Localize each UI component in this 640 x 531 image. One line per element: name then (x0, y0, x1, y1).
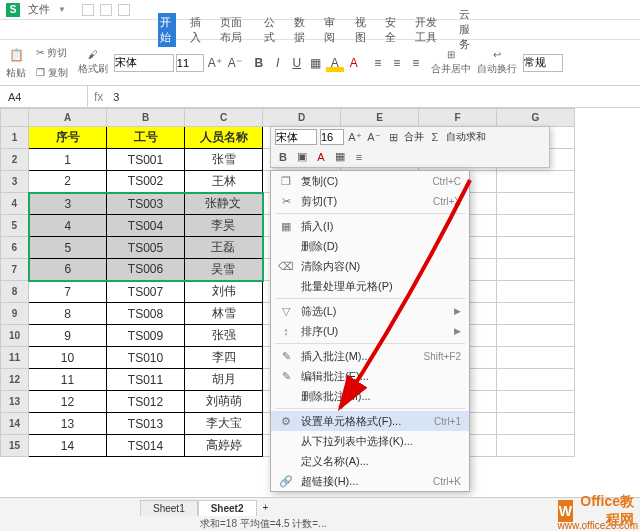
fill-color-icon[interactable]: A (326, 54, 344, 72)
col-header-g[interactable]: G (497, 109, 575, 127)
select-all-corner[interactable] (1, 109, 29, 127)
row-header[interactable]: 12 (1, 369, 29, 391)
border-icon[interactable]: ▦ (307, 54, 325, 72)
context-menu-item[interactable]: ✂剪切(T)Ctrl+X (271, 191, 469, 211)
cell[interactable]: TS004 (107, 215, 185, 237)
sheet-tab-2[interactable]: Sheet2 (198, 500, 257, 516)
mini-decrease-font-icon[interactable]: A⁻ (366, 129, 382, 145)
italic-icon[interactable]: I (269, 54, 287, 72)
cell[interactable]: TS012 (107, 391, 185, 413)
decrease-font-icon[interactable]: A⁻ (226, 54, 244, 72)
context-menu-item[interactable]: 删除批注(M)... (271, 386, 469, 406)
cell[interactable]: 1 (29, 149, 107, 171)
cell[interactable]: TS014 (107, 435, 185, 457)
cell[interactable]: TS013 (107, 413, 185, 435)
tab-dev[interactable]: 开发工具 (413, 13, 445, 47)
cell[interactable]: TS008 (107, 303, 185, 325)
cell[interactable]: 9 (29, 325, 107, 347)
sheet-tab-1[interactable]: Sheet1 (140, 500, 198, 516)
context-menu-item[interactable]: ⌫清除内容(N) (271, 256, 469, 276)
cell[interactable]: 王磊 (185, 237, 263, 259)
cell[interactable]: 7 (29, 281, 107, 303)
mini-align-icon[interactable]: ≡ (351, 149, 367, 165)
font-name-input[interactable] (114, 54, 174, 72)
cell[interactable]: 张雪 (185, 149, 263, 171)
copy-button[interactable]: ❐ 复制 (32, 64, 72, 82)
tab-insert[interactable]: 插入 (188, 13, 206, 47)
cut-button[interactable]: ✂ 剪切 (32, 44, 71, 62)
undo-icon[interactable] (100, 4, 112, 16)
name-box[interactable]: A4 (0, 86, 88, 107)
mini-font-color-icon[interactable]: A (313, 149, 329, 165)
cell[interactable] (497, 435, 575, 457)
mini-merge-icon[interactable]: ⊞ (385, 129, 401, 145)
cell[interactable]: 3 (29, 193, 107, 215)
paste-icon[interactable]: 📋 (7, 46, 25, 64)
mini-border-icon[interactable]: ▦ (332, 149, 348, 165)
cell[interactable]: 6 (29, 259, 107, 281)
cell[interactable]: 李四 (185, 347, 263, 369)
cell[interactable]: 王林 (185, 171, 263, 193)
context-menu-item[interactable]: 🔗超链接(H)...Ctrl+K (271, 471, 469, 491)
col-header-a[interactable]: A (29, 109, 107, 127)
fx-icon[interactable]: fx (88, 90, 109, 104)
cell[interactable]: 4 (29, 215, 107, 237)
font-color-icon[interactable]: A (345, 54, 363, 72)
context-menu-item[interactable]: ⚙设置单元格格式(F)...Ctrl+1 (271, 411, 469, 431)
context-menu-item[interactable]: ▦插入(I) (271, 216, 469, 236)
tab-home[interactable]: 开始 (158, 13, 176, 47)
mini-font-input[interactable] (275, 129, 317, 145)
cell[interactable] (497, 259, 575, 281)
increase-font-icon[interactable]: A⁺ (206, 54, 224, 72)
row-header[interactable]: 15 (1, 435, 29, 457)
align-right-icon[interactable]: ≡ (407, 54, 425, 72)
align-center-icon[interactable]: ≡ (388, 54, 406, 72)
cell[interactable] (497, 281, 575, 303)
cell[interactable] (497, 369, 575, 391)
cell[interactable] (497, 391, 575, 413)
cell[interactable]: 高婷婷 (185, 435, 263, 457)
tab-data[interactable]: 数据 (292, 13, 310, 47)
col-header-b[interactable]: B (107, 109, 185, 127)
cell[interactable]: 刘萌萌 (185, 391, 263, 413)
row-header[interactable]: 13 (1, 391, 29, 413)
format-painter[interactable]: 🖌 格式刷 (78, 49, 108, 76)
context-menu-item[interactable]: 批量处理单元格(P) (271, 276, 469, 296)
cell[interactable]: TS006 (107, 259, 185, 281)
tab-review[interactable]: 审阅 (322, 13, 340, 47)
font-size-input[interactable] (176, 54, 204, 72)
cell[interactable]: 10 (29, 347, 107, 369)
cell[interactable]: 5 (29, 237, 107, 259)
cell[interactable] (497, 347, 575, 369)
cell[interactable]: 8 (29, 303, 107, 325)
cell[interactable]: 2 (29, 171, 107, 193)
number-format-select[interactable] (523, 54, 563, 72)
cell[interactable] (497, 237, 575, 259)
row-header[interactable]: 14 (1, 413, 29, 435)
merge-button[interactable]: ⊞ 合并居中 (431, 49, 471, 76)
row-header[interactable]: 4 (1, 193, 29, 215)
cell[interactable]: 序号 (29, 127, 107, 149)
cell[interactable]: TS007 (107, 281, 185, 303)
row-header[interactable]: 9 (1, 303, 29, 325)
cell[interactable]: 张强 (185, 325, 263, 347)
cell[interactable]: 13 (29, 413, 107, 435)
formula-bar[interactable]: 3 (109, 91, 640, 103)
tab-view[interactable]: 视图 (353, 13, 371, 47)
cell[interactable]: TS009 (107, 325, 185, 347)
cell[interactable]: TS002 (107, 171, 185, 193)
col-header-c[interactable]: C (185, 109, 263, 127)
underline-icon[interactable]: U (288, 54, 306, 72)
dropdown-icon[interactable]: ▼ (58, 5, 66, 14)
mini-bold-icon[interactable]: B (275, 149, 291, 165)
row-header[interactable]: 2 (1, 149, 29, 171)
row-header[interactable]: 3 (1, 171, 29, 193)
row-header[interactable]: 1 (1, 127, 29, 149)
mini-sum-icon[interactable]: Σ (427, 129, 443, 145)
cell[interactable] (497, 193, 575, 215)
mini-size-input[interactable] (320, 129, 344, 145)
context-menu-item[interactable]: ✎编辑批注(E)... (271, 366, 469, 386)
row-header[interactable]: 7 (1, 259, 29, 281)
mini-fill-icon[interactable]: ▣ (294, 149, 310, 165)
cell[interactable]: 吴雪 (185, 259, 263, 281)
